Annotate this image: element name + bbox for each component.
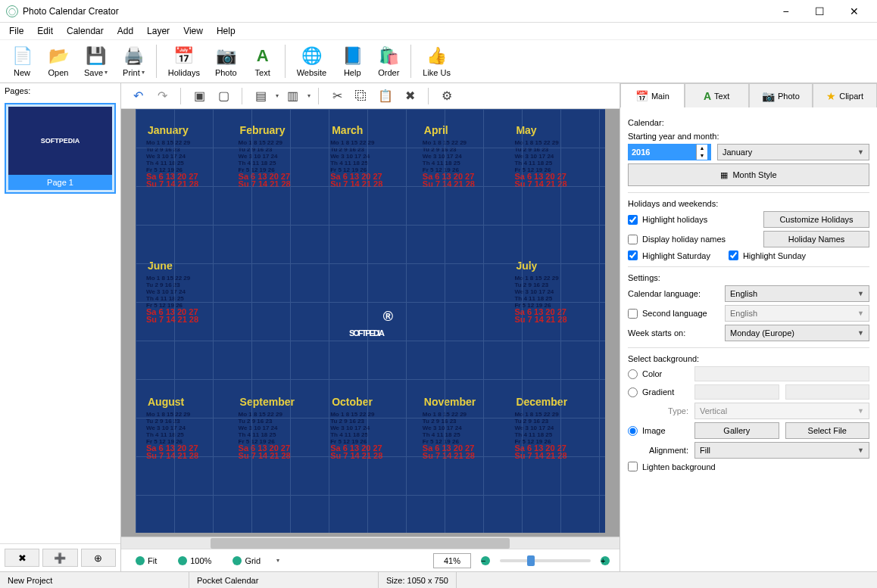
select-file-button[interactable]: Select File [785, 422, 870, 439]
menu-file[interactable]: File [3, 24, 30, 38]
second-language-checkbox[interactable]: Second language [628, 309, 719, 319]
help-button[interactable]: 📘Help [335, 41, 370, 82]
month-cell: MarchMo 1 8 15 22 29Tu 2 9 16 23We 3 10 … [327, 124, 414, 254]
minimize-button[interactable]: − [769, 1, 803, 22]
delete-button[interactable]: ✖ [399, 86, 420, 106]
chevron-down-icon: ▼ [857, 310, 864, 317]
menu-view[interactable]: View [177, 24, 209, 38]
zoom-slider[interactable] [500, 559, 591, 562]
second-language-combo: English▼ [725, 305, 869, 322]
status-size: Size: 1050 x 750 [379, 572, 457, 588]
copy-button[interactable]: ⿻ [351, 86, 372, 106]
menu-add[interactable]: Add [111, 24, 139, 38]
menu-calendar[interactable]: Calendar [61, 24, 110, 38]
properties-panel: 📅Main AText 📷Photo ★Clipart Calendar: St… [620, 83, 877, 571]
menu-help[interactable]: Help [211, 24, 242, 38]
maximize-button[interactable]: ☐ [803, 1, 837, 22]
save-button[interactable]: 💾Save▾ [77, 41, 114, 82]
highlight-saturday-checkbox[interactable]: Highlight Saturday [628, 250, 710, 260]
delete-page-button[interactable]: ✖ [5, 549, 39, 567]
align-right-button[interactable]: ▥ [282, 86, 303, 106]
text-icon: A [252, 45, 273, 67]
window-title: Photo Calendar Creator [23, 6, 769, 17]
chevron-down-icon[interactable]: ▾ [307, 92, 311, 99]
website-button[interactable]: 🌐Website [290, 41, 334, 82]
cut-button[interactable]: ✂ [326, 86, 348, 106]
tab-photo[interactable]: 📷Photo [749, 83, 813, 107]
page-thumbnail[interactable]: SOFTPEDIA Page 1 [5, 103, 116, 194]
add-page-button[interactable]: ➕ [42, 549, 77, 567]
calendar-canvas[interactable]: JanuaryMo 1 8 15 22 29Tu 2 9 16 23We 3 1… [136, 109, 605, 533]
watermark: SOFTPEDIA® [349, 297, 392, 346]
toolbar-label: Holidays [168, 68, 200, 77]
print-icon: 🖨️ [123, 45, 144, 67]
year-input[interactable]: 2016 ▲▼ [628, 144, 711, 160]
align-left-button[interactable]: ▤ [250, 86, 271, 106]
holiday-names-button[interactable]: Holiday Names [763, 231, 869, 247]
bring-front-button[interactable]: ▣ [189, 86, 210, 106]
calendar-language-combo[interactable]: English▼ [725, 285, 869, 302]
lighten-background-checkbox[interactable]: Lighten background [628, 462, 716, 471]
customize-holidays-button[interactable]: Customize Holidays [763, 211, 869, 228]
zoom-fit-button[interactable]: Fit [129, 554, 164, 568]
order-icon: 🛍️ [378, 45, 399, 67]
highlight-sunday-checkbox[interactable]: Highlight Sunday [729, 250, 806, 260]
tab-clipart[interactable]: ★Clipart [813, 83, 877, 107]
duplicate-page-button[interactable]: ⊕ [81, 549, 116, 567]
bg-gradient-radio[interactable]: Gradient [628, 387, 688, 397]
color-swatch[interactable] [694, 366, 869, 381]
cal-lang-label: Calendar language: [628, 289, 719, 298]
toolbar-label: Open [48, 68, 69, 77]
new-icon: 📄 [11, 45, 33, 67]
year-up-button[interactable]: ▲ [697, 145, 707, 152]
order-button[interactable]: 🛍️Order [371, 41, 406, 82]
chevron-down-icon[interactable]: ▾ [276, 557, 279, 564]
close-button[interactable]: ✕ [837, 1, 871, 22]
print-button[interactable]: 🖨️Print▾ [116, 41, 151, 82]
chevron-down-icon: ▼ [857, 446, 864, 454]
highlight-holidays-checkbox[interactable]: Highlight holidays [628, 215, 707, 225]
likeus-button[interactable]: 👍Like Us [416, 41, 457, 82]
send-back-button[interactable]: ▢ [213, 86, 234, 106]
chevron-down-icon[interactable]: ▾ [276, 92, 279, 99]
month-combo[interactable]: January▼ [717, 144, 869, 160]
zoom-in-button[interactable]: + [598, 554, 612, 568]
gradient-swatch-1[interactable] [694, 384, 779, 400]
redo-button[interactable]: ↷ [151, 86, 173, 106]
week-starts-combo[interactable]: Monday (Europe)▼ [725, 325, 869, 341]
tab-text[interactable]: AText [685, 83, 749, 107]
new-button[interactable]: 📄New [5, 41, 39, 82]
chevron-down-icon[interactable]: ▾ [105, 69, 108, 76]
menu-layer[interactable]: Layer [141, 24, 176, 38]
holidays-button[interactable]: 📅Holidays [161, 41, 207, 82]
undo-button[interactable]: ↶ [127, 86, 148, 106]
grid-toggle-button[interactable]: Grid [226, 554, 267, 568]
open-button[interactable]: 📂Open [41, 41, 76, 82]
month-cell: AprilMo 1 8 15 22 29Tu 2 9 16 23We 3 10 … [420, 124, 506, 254]
paste-button[interactable]: 📋 [375, 86, 396, 106]
app-icon: ◯ [6, 5, 18, 17]
zoom-100-button[interactable]: 100% [171, 554, 218, 568]
display-holiday-names-checkbox[interactable]: Display holiday names [628, 235, 726, 244]
likeus-icon: 👍 [426, 45, 448, 67]
tab-main[interactable]: 📅Main [620, 83, 685, 107]
horizontal-scrollbar[interactable] [121, 537, 620, 549]
year-down-button[interactable]: ▼ [697, 152, 707, 160]
settings-button[interactable]: ⚙ [436, 86, 457, 106]
website-icon: 🌐 [301, 45, 322, 67]
month-style-button[interactable]: ▦Month Style [628, 163, 869, 186]
zoom-out-button[interactable]: − [479, 554, 492, 568]
text-button[interactable]: AText [245, 41, 280, 82]
bg-color-radio[interactable]: Color [628, 369, 688, 379]
menu-edit[interactable]: Edit [31, 24, 59, 38]
month-cell: MayMo 1 8 15 22 29Tu 2 9 16 23We 3 10 17… [511, 124, 598, 254]
gallery-button[interactable]: Gallery [694, 422, 779, 439]
photo-button[interactable]: 📷Photo [208, 41, 244, 82]
zoom-input[interactable] [433, 553, 471, 568]
chevron-down-icon[interactable]: ▾ [142, 69, 145, 76]
canvas-area[interactable]: JanuaryMo 1 8 15 22 29Tu 2 9 16 23We 3 1… [121, 109, 620, 537]
gradient-swatch-2[interactable] [785, 384, 870, 400]
alignment-combo[interactable]: Fill▼ [694, 442, 869, 459]
bg-image-radio[interactable]: Image [628, 426, 688, 436]
toolbar-label: Photo [215, 68, 237, 77]
